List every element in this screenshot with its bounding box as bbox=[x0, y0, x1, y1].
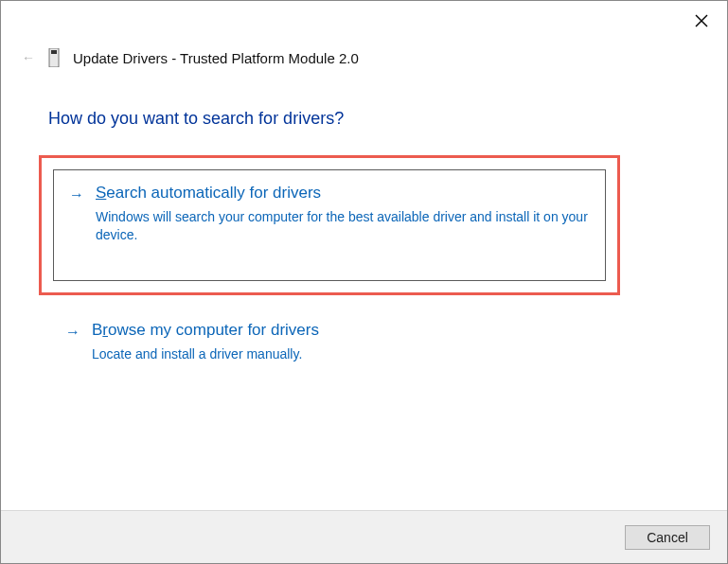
arrow-right-icon: → bbox=[69, 186, 84, 267]
option-description: Locate and install a driver manually. bbox=[92, 345, 599, 363]
option-search-automatically[interactable]: → Search automatically for drivers Windo… bbox=[53, 169, 606, 281]
option-title: Search automatically for drivers bbox=[96, 184, 595, 203]
highlight-annotation: → Search automatically for drivers Windo… bbox=[39, 155, 620, 295]
svg-rect-3 bbox=[51, 50, 57, 54]
device-icon bbox=[48, 48, 60, 67]
close-icon bbox=[695, 14, 708, 27]
arrow-right-icon: → bbox=[65, 324, 80, 363]
dialog-header: ← Update Drivers - Trusted Platform Modu… bbox=[22, 48, 359, 67]
option-content: Browse my computer for drivers Locate an… bbox=[92, 321, 599, 363]
main-heading: How do you want to search for drivers? bbox=[48, 109, 344, 129]
dialog-title: Update Drivers - Trusted Platform Module… bbox=[73, 50, 359, 66]
option-browse-computer[interactable]: → Browse my computer for drivers Locate … bbox=[50, 317, 609, 367]
close-button[interactable] bbox=[693, 12, 710, 29]
cancel-button[interactable]: Cancel bbox=[625, 525, 710, 550]
option-content: Search automatically for drivers Windows… bbox=[96, 184, 595, 267]
back-arrow-icon[interactable]: ← bbox=[22, 50, 35, 65]
option-description: Windows will search your computer for th… bbox=[96, 208, 595, 244]
dialog-footer: Cancel bbox=[1, 510, 727, 563]
option-title: Browse my computer for drivers bbox=[92, 321, 599, 340]
